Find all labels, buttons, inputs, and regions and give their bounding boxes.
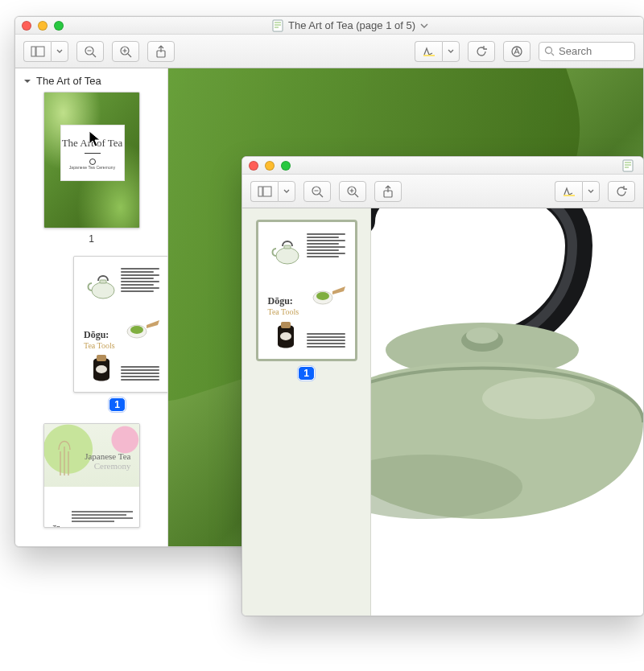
svg-rect-19	[97, 355, 106, 361]
svg-point-13	[546, 47, 552, 54]
preview-window-front: Dōgu: Tea Tools 1	[242, 156, 644, 616]
svg-line-7	[128, 54, 131, 57]
svg-point-20	[96, 365, 107, 373]
zoom-in-button[interactable]	[112, 41, 139, 62]
zoom-button[interactable]	[281, 161, 291, 171]
share-button[interactable]	[374, 181, 402, 202]
highlight-menu[interactable]	[582, 181, 600, 202]
view-mode-button[interactable]	[250, 181, 278, 202]
svg-line-25	[320, 194, 323, 197]
svg-rect-21	[623, 160, 633, 171]
close-button[interactable]	[22, 21, 31, 31]
markup-button[interactable]	[503, 41, 530, 62]
cover-title: The Art of Tea	[62, 137, 123, 150]
page-number: 1	[89, 233, 94, 245]
view-mode-menu[interactable]	[51, 41, 68, 62]
zoom-in-button[interactable]	[339, 181, 366, 202]
zoom-out-button[interactable]	[303, 181, 331, 202]
cover-subtitle: Japanese Tea Ceremony	[69, 165, 116, 170]
titlebar[interactable]	[242, 157, 643, 175]
document-icon	[622, 159, 634, 172]
chevron-down-icon[interactable]	[420, 23, 428, 28]
svg-rect-32	[564, 195, 575, 196]
rotate-button[interactable]	[608, 181, 635, 202]
page-subheading: Tea Tools	[84, 341, 115, 350]
zoom-button[interactable]	[54, 21, 64, 31]
svg-point-18	[130, 326, 143, 334]
svg-line-14	[551, 53, 554, 56]
window-title[interactable]: The Art of Tea (page 1 of 5)	[272, 19, 428, 32]
svg-point-42	[482, 377, 595, 419]
svg-rect-23	[263, 187, 271, 196]
view-mode-menu[interactable]	[278, 181, 295, 202]
svg-line-28	[355, 194, 358, 197]
page-subheading: Ceremony	[85, 461, 130, 471]
svg-point-38	[280, 332, 291, 340]
page-number-badge: 1	[298, 366, 315, 381]
highlight-menu[interactable]	[442, 41, 460, 62]
svg-point-33	[276, 248, 299, 264]
outline-title-text: The Art of Tea	[36, 75, 101, 87]
search-input[interactable]	[559, 45, 623, 57]
svg-point-15	[92, 282, 114, 298]
window-title[interactable]	[622, 159, 634, 172]
page-thumbnail-selected[interactable]: Dōgu: Tea Tools 1	[250, 220, 362, 381]
svg-rect-1	[31, 47, 35, 56]
svg-rect-34	[284, 245, 291, 249]
svg-point-36	[316, 292, 329, 300]
highlight-button[interactable]	[415, 41, 442, 62]
view-mode-button[interactable]	[23, 41, 51, 62]
close-button[interactable]	[249, 161, 258, 171]
page-number-badge: 1	[109, 397, 126, 412]
share-button[interactable]	[147, 41, 175, 62]
page-heading: Dōgu:	[268, 295, 299, 307]
titlebar[interactable]: The Art of Tea (page 1 of 5)	[15, 17, 643, 35]
search-icon	[544, 46, 555, 56]
toolbar	[15, 35, 643, 68]
kanji-decoration: 和 敬	[51, 518, 62, 521]
whisk-icon	[56, 429, 73, 477]
thumbnails-sidebar[interactable]: The Art of Tea The Art of Tea Japanese T…	[15, 68, 168, 546]
minimize-button[interactable]	[38, 21, 47, 31]
svg-line-4	[93, 54, 96, 57]
disclosure-triangle-icon[interactable]	[23, 77, 31, 85]
svg-rect-16	[100, 280, 106, 283]
page-thumbnail[interactable]: The Art of Tea Japanese Tea Ceremony 1	[22, 92, 161, 245]
outline-header[interactable]: The Art of Tea	[22, 73, 161, 92]
svg-rect-11	[423, 55, 435, 56]
page-subheading: Tea Tools	[268, 307, 299, 316]
minimize-button[interactable]	[265, 161, 275, 171]
zoom-out-button[interactable]	[76, 41, 104, 62]
page-heading: Dōgu:	[84, 329, 115, 341]
svg-rect-0	[273, 20, 283, 31]
svg-rect-2	[36, 47, 44, 56]
page-thumbnail-dragging[interactable]: Dōgu: Tea Tools 1	[73, 256, 161, 412]
window-controls	[249, 161, 291, 171]
svg-rect-37	[281, 322, 291, 328]
toolbar	[242, 175, 643, 208]
thumbnails-sidebar[interactable]: Dōgu: Tea Tools 1	[242, 208, 371, 615]
search-field[interactable]	[539, 42, 635, 61]
teapot-image	[371, 208, 643, 615]
document-icon	[272, 19, 283, 32]
document-canvas[interactable]	[371, 208, 643, 615]
highlight-button[interactable]	[555, 181, 582, 202]
page-thumbnail[interactable]: Japanese Tea Ceremony 和 敬	[22, 423, 161, 528]
svg-rect-22	[258, 187, 262, 196]
rotate-button[interactable]	[468, 41, 495, 62]
svg-point-41	[466, 327, 498, 344]
window-controls	[22, 21, 64, 31]
page-heading: Japanese Tea	[85, 451, 130, 461]
window-title-text: The Art of Tea (page 1 of 5)	[288, 19, 415, 31]
